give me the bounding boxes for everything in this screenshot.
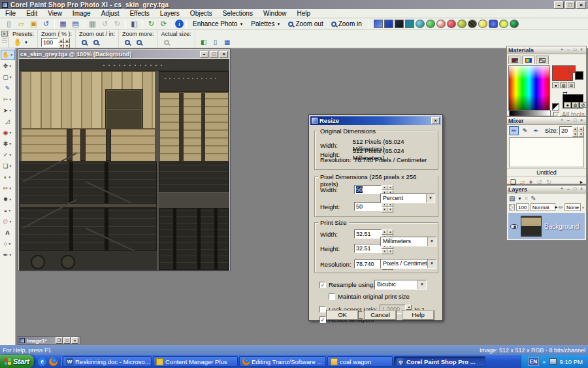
image-window-titlebar[interactable]: cs_skin_grey.tga @ 100% (Background) – □… [19, 50, 229, 58]
close-icon[interactable]: × [578, 47, 585, 53]
null-style-icon[interactable]: ⊘ [568, 82, 575, 88]
language-indicator[interactable]: EN [528, 358, 540, 366]
chevron-down-icon[interactable]: ▼ [8, 186, 12, 190]
zoom-percent-stepper[interactable]: 100 ▲▼ ▲▼ [41, 38, 70, 47]
spin-down-icon[interactable]: ▼ [64, 43, 70, 48]
spin-up-icon[interactable]: ▲ [382, 229, 387, 235]
tab-swatches[interactable] [536, 56, 549, 64]
chevron-down-icon[interactable]: ▼ [8, 153, 12, 157]
effect-icon-13[interactable] [499, 20, 508, 28]
lock-aspect-ratio-checkbox[interactable] [319, 306, 326, 312]
save-as-icon[interactable]: ▤ [70, 19, 81, 29]
chevron-down-icon[interactable]: ▼ [24, 41, 28, 44]
open-icon[interactable]: ▱ [16, 19, 27, 29]
start-button[interactable]: Start [0, 355, 34, 368]
chevron-down-icon[interactable]: ▼ [426, 194, 434, 203]
black-white-reset-icon[interactable] [552, 103, 559, 110]
zoom-out-icon[interactable] [79, 37, 90, 47]
cancel-button[interactable]: Cancel [364, 310, 397, 320]
chevron-down-icon[interactable]: ▼ [10, 53, 13, 57]
spin-up-icon[interactable]: ▲ [382, 185, 387, 190]
sync-icon[interactable]: ⟳ [158, 19, 169, 29]
taskbar-item-psp[interactable]: ψ Corel Paint Shop Pro ... [394, 356, 485, 367]
chevron-down-icon[interactable]: ▼ [8, 131, 12, 135]
zoom-out-button[interactable]: Zoom out [284, 20, 327, 28]
pixel-height-value[interactable]: 50 [354, 202, 382, 211]
chevron-down-icon[interactable]: ▼ [8, 142, 12, 146]
maximize-icon[interactable]: □ [572, 118, 578, 124]
maintain-print-size-checkbox[interactable] [329, 293, 335, 300]
effect-icon-6[interactable] [426, 20, 435, 28]
full-screen-preview-icon[interactable]: ▦ [222, 37, 233, 47]
spin-up-icon[interactable]: ▲ [64, 38, 70, 43]
link-set-value[interactable]: None [564, 203, 581, 211]
restore-button[interactable]: ❐ [56, 337, 63, 344]
move-tool[interactable]: ✥▼ [1, 61, 15, 71]
mixer-brush-icon[interactable]: ✏ [509, 126, 519, 135]
effect-icon-5[interactable] [416, 20, 425, 28]
print-resolution-unit-dropdown[interactable]: Pixels / Centimeter ▼ [380, 259, 436, 269]
crop-tool[interactable]: ✂▼ [1, 94, 15, 105]
effect-icon-2[interactable] [384, 20, 393, 28]
maximize-icon[interactable]: □ [572, 47, 578, 53]
lighten-darken-tool[interactable]: ◒▼ [1, 205, 15, 216]
fit-window-icon[interactable]: ◧ [199, 37, 209, 47]
restore-button[interactable]: □ [565, 1, 575, 8]
layer-opacity-value[interactable]: 100 [516, 203, 529, 211]
color-style-icon[interactable]: ● [552, 82, 559, 88]
zoom-percent-value[interactable]: 100 [41, 38, 58, 47]
effect-icon-14[interactable] [510, 20, 519, 28]
airbrush-tool[interactable]: ✹▼ [1, 194, 15, 205]
chevron-down-icon[interactable]: ▼ [8, 64, 12, 68]
print-icon[interactable]: ▥ [87, 19, 98, 29]
resample-method-dropdown[interactable]: Bicubic ▼ [374, 280, 427, 290]
close-button[interactable]: × [576, 1, 586, 8]
new-layer-icon[interactable]: ▤ [509, 195, 515, 202]
print-resolution-value[interactable]: 78.740 [354, 259, 382, 269]
pen-tool[interactable]: ✒▼ [1, 250, 15, 260]
firefox-icon[interactable] [49, 358, 57, 366]
menu-effects[interactable]: Effects [124, 9, 154, 18]
taskbar-item-word[interactable]: W Reskinning.doc - Microso... [63, 356, 152, 367]
palettes-button[interactable]: Palettes ▼ [247, 20, 284, 28]
chevron-down-icon[interactable]: ▼ [517, 197, 521, 201]
menu-layers[interactable]: Layers [155, 9, 185, 18]
preset-shape-tool[interactable]: ○▼ [1, 239, 15, 249]
chevron-down-icon[interactable]: ▼ [9, 75, 12, 79]
pixel-width-stepper[interactable]: 50 ▲▼ ▲▼ [354, 185, 393, 194]
color-changer-tool[interactable]: ◐▼ [1, 172, 15, 182]
minimize-button[interactable]: – [554, 1, 564, 8]
mixer-dropper-icon[interactable]: ✒ [531, 126, 541, 135]
chevron-down-icon[interactable]: ▼ [427, 259, 436, 268]
new-icon[interactable]: ▯ [3, 19, 14, 29]
save-icon[interactable]: ▦ [57, 19, 69, 29]
layer-row-background[interactable]: Background [508, 213, 585, 239]
refresh-icon[interactable]: ↻ [146, 19, 157, 29]
print-size-unit-dropdown[interactable]: Millimeters ▼ [380, 237, 436, 246]
perspective-tool[interactable]: ◿ [1, 116, 15, 127]
effect-icon-4[interactable] [405, 20, 414, 28]
resize-all-layers-checkbox[interactable]: ✓ [319, 316, 326, 323]
zoom-more-in-icon[interactable] [134, 37, 144, 47]
taskbar-item-folder[interactable]: coal wagon [327, 356, 393, 367]
spin-down-icon[interactable]: ▼ [382, 249, 387, 254]
makeover-tool[interactable]: ✽▼ [1, 139, 15, 149]
scratch-remover-tool[interactable]: ✓▼ [1, 150, 15, 160]
pixel-width-value[interactable]: 50 [354, 185, 382, 194]
spin-up-icon[interactable]: ▲ [58, 38, 64, 43]
menu-window[interactable]: Window [258, 9, 292, 18]
chevron-down-icon[interactable]: ▼ [427, 237, 436, 246]
background-mini-swatch[interactable] [575, 71, 583, 80]
chevron-down-icon[interactable]: ▼ [8, 209, 11, 212]
menu-adjust[interactable]: Adjust [96, 9, 125, 18]
close-button[interactable]: × [71, 337, 78, 344]
chevron-down-icon[interactable]: ▼ [8, 109, 12, 112]
rollup-icon[interactable]: – [565, 186, 572, 192]
zoom-in-button[interactable]: Zoom in [327, 20, 366, 28]
spin-down-icon[interactable]: ▼ [572, 131, 578, 137]
help-button[interactable]: Help [402, 310, 434, 320]
fit-image-icon[interactable]: ▯ [210, 37, 221, 47]
layer-thumbnail[interactable] [521, 216, 542, 237]
ok-button[interactable]: OK [326, 310, 359, 320]
eraser-tool[interactable]: ∅▼ [1, 216, 15, 227]
